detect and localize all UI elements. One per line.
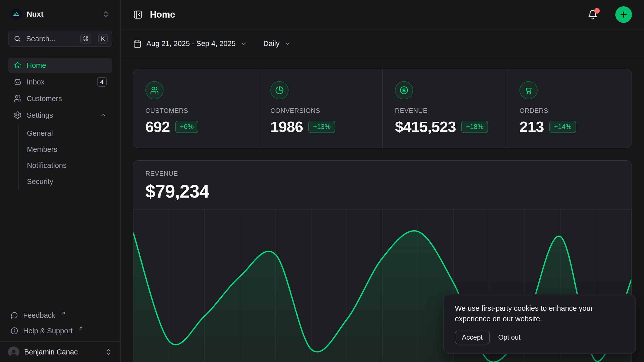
stat-revenue: REVENUE $415,523 +18% xyxy=(382,69,507,148)
help-support-link[interactable]: Help & Support xyxy=(8,324,112,338)
sidebar-subitem-notifications[interactable]: Notifications xyxy=(19,157,112,173)
notification-dot xyxy=(594,8,600,14)
add-button[interactable] xyxy=(615,6,632,23)
shopping-cart-icon xyxy=(519,81,538,99)
sidebar-item-label: Home xyxy=(27,61,107,70)
search-placeholder: Search... xyxy=(26,35,75,43)
filters-toolbar: Aug 21, 2025 - Sep 4, 2025 Daily xyxy=(121,29,644,58)
feedback-label: Feedback xyxy=(23,311,55,320)
stat-orders: ORDERS 213 +14% xyxy=(507,69,631,148)
users-icon xyxy=(145,81,164,99)
kbd-cmd: ⌘ xyxy=(80,34,91,43)
cookie-consent-toast: We use first-party cookies to enhance yo… xyxy=(443,294,636,354)
notifications-button[interactable] xyxy=(587,9,598,20)
cookie-message: We use first-party cookies to enhance yo… xyxy=(455,303,606,324)
optout-cookies-button[interactable]: Opt out xyxy=(498,334,521,341)
stat-value: 213 xyxy=(519,118,544,135)
gear-icon xyxy=(14,111,22,119)
revenue-chart-label: REVENUE xyxy=(145,170,619,177)
granularity-value: Daily xyxy=(263,39,279,48)
sidebar-item-inbox[interactable]: Inbox 4 xyxy=(8,74,112,89)
settings-subnav: General Members Notifications Security xyxy=(18,125,112,190)
stat-delta-badge: +6% xyxy=(175,121,198,133)
stat-label: REVENUE xyxy=(395,107,495,115)
help-support-label: Help & Support xyxy=(23,327,73,335)
stat-value: 1986 xyxy=(270,118,303,135)
sidebar: Nuxt Search... ⌘ K Home xyxy=(0,0,121,362)
sidebar-footer: Feedback Help & Support xyxy=(0,308,120,362)
chevrons-up-down-icon xyxy=(102,10,110,18)
kbd-k: K xyxy=(98,34,108,43)
external-link-icon xyxy=(78,326,83,331)
stat-label: CONVERSIONS xyxy=(270,107,370,115)
sidebar-nav: Home Inbox 4 Customers xyxy=(0,58,120,190)
sidebar-subitem-members[interactable]: Members xyxy=(19,141,112,157)
accept-cookies-button[interactable]: Accept xyxy=(455,331,490,344)
stat-delta-badge: +13% xyxy=(308,121,335,133)
stat-customers: CUSTOMERS 692 +6% xyxy=(133,69,258,148)
date-range-picker[interactable]: Aug 21, 2025 - Sep 4, 2025 xyxy=(133,39,247,48)
stat-label: CUSTOMERS xyxy=(145,107,246,115)
page-title: Home xyxy=(150,9,175,20)
stat-delta-badge: +18% xyxy=(461,121,488,133)
pie-chart-icon xyxy=(270,81,289,99)
chevron-down-icon xyxy=(240,40,247,47)
nuxt-logo xyxy=(11,9,22,20)
chevrons-up-down-icon xyxy=(105,348,112,356)
users-icon xyxy=(14,95,22,103)
page-header: Home xyxy=(121,0,644,29)
stats-group: CUSTOMERS 692 +6% CONVERSIONS 1986 +13% xyxy=(133,69,632,148)
feedback-link[interactable]: Feedback xyxy=(8,308,112,322)
panel-left-close-icon[interactable] xyxy=(133,10,143,20)
workspace-name: Nuxt xyxy=(27,10,44,18)
sidebar-item-label: Customers xyxy=(27,95,107,103)
calendar-icon xyxy=(133,39,142,48)
chevron-up-icon xyxy=(100,112,107,119)
stat-value: $415,523 xyxy=(395,118,456,135)
sidebar-item-home[interactable]: Home xyxy=(8,58,112,73)
home-icon xyxy=(14,61,22,69)
chevron-down-icon xyxy=(284,40,291,47)
user-menu[interactable]: Benjamin Canac xyxy=(0,341,120,362)
user-name: Benjamin Canac xyxy=(24,348,78,356)
date-range-value: Aug 21, 2025 - Sep 4, 2025 xyxy=(146,39,236,48)
sidebar-item-customers[interactable]: Customers xyxy=(8,91,112,106)
sidebar-item-settings[interactable]: Settings xyxy=(8,108,112,123)
stat-delta-badge: +14% xyxy=(549,121,576,133)
sidebar-subitem-general[interactable]: General xyxy=(19,125,112,141)
sidebar-item-label: Inbox xyxy=(27,78,92,86)
plus-icon xyxy=(619,10,628,19)
inbox-count-badge: 4 xyxy=(97,77,107,87)
search-input[interactable]: Search... ⌘ K xyxy=(8,31,112,47)
dollar-circle-icon xyxy=(395,81,413,99)
avatar xyxy=(8,346,19,357)
sidebar-item-label: Settings xyxy=(27,111,95,119)
search-icon xyxy=(14,35,21,42)
revenue-chart-value: $79,234 xyxy=(145,181,619,202)
inbox-icon xyxy=(14,78,22,86)
stat-label: ORDERS xyxy=(519,107,619,115)
workspace-selector[interactable]: Nuxt xyxy=(8,7,112,22)
message-circle-icon xyxy=(11,311,18,319)
info-circle-icon xyxy=(11,327,18,335)
sidebar-subitem-security[interactable]: Security xyxy=(19,173,112,190)
stat-conversions: CONVERSIONS 1986 +13% xyxy=(258,69,382,148)
stat-value: 692 xyxy=(145,118,170,135)
granularity-select[interactable]: Daily xyxy=(263,39,291,48)
external-link-icon xyxy=(61,311,66,316)
